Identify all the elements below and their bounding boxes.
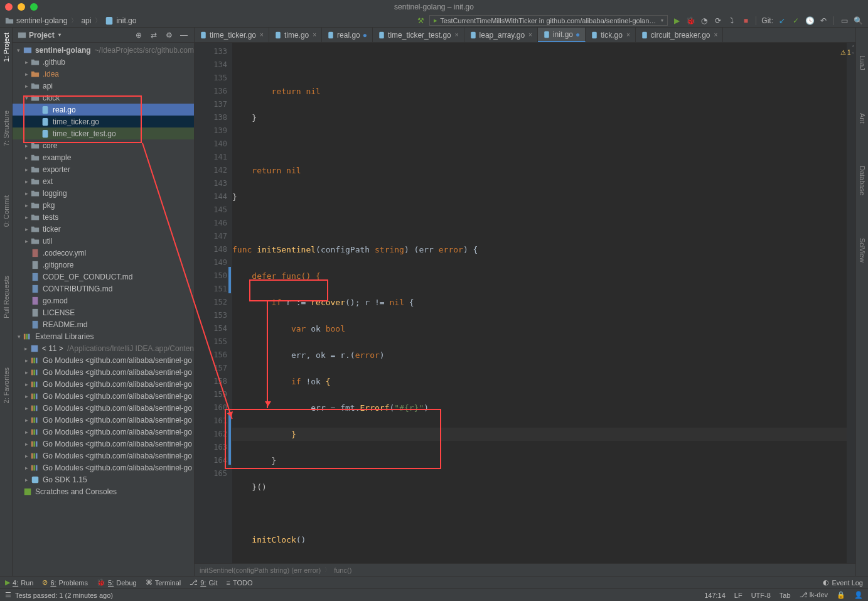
terminal-tool-button[interactable]: ⌘Terminal bbox=[146, 578, 181, 587]
todo-tool-button[interactable]: ≡TODO bbox=[226, 579, 252, 587]
project-tool-tab[interactable]: 1: Project bbox=[1, 30, 11, 64]
inspection-warning-icon[interactable]: ⚠1 ˆ ˇ bbox=[840, 45, 854, 59]
code-editor[interactable]: return nil } return nil } func initSenti… bbox=[232, 43, 847, 563]
editor-body[interactable]: 133 134 135 136 137 138 139 140 141 142 … bbox=[195, 43, 855, 563]
tree-file[interactable]: go.mod bbox=[13, 295, 194, 306]
tree-file[interactable]: .codecov.yml bbox=[13, 247, 194, 259]
tree-go-module[interactable]: ▸Go Modules <github.com/alibaba/sentinel… bbox=[13, 414, 194, 426]
tree-folder[interactable]: ▸exporter bbox=[13, 163, 194, 175]
tree-go-module[interactable]: ▸Go Modules <github.com/alibaba/sentinel… bbox=[13, 390, 194, 402]
structure-tool-tab[interactable]: 7: Structure bbox=[1, 108, 11, 149]
tree-scratches[interactable]: Scratches and Consoles bbox=[13, 485, 194, 497]
tree-go-module[interactable]: ▸Go Modules <github.com/alibaba/sentinel… bbox=[13, 462, 194, 474]
tab-circuit-breaker[interactable]: circuit_breaker.go× bbox=[636, 28, 724, 42]
vcs-change-marker[interactable] bbox=[228, 267, 231, 293]
git-history-icon[interactable]: 🕓 bbox=[805, 16, 815, 26]
breadcrumb-folder[interactable]: api bbox=[81, 16, 91, 25]
tab-time-ticker[interactable]: time_ticker.go× bbox=[195, 28, 269, 42]
tab-real[interactable]: real.go● bbox=[322, 28, 373, 42]
tree-folder[interactable]: ▸api bbox=[13, 80, 194, 92]
editor-crumb[interactable]: initSentinel(configPath string) (err err… bbox=[200, 566, 321, 574]
tree-file[interactable]: CONTRIBUTING.md bbox=[13, 283, 194, 295]
favorites-tool-tab[interactable]: 2: Favorites bbox=[1, 365, 11, 406]
inspection-hector-icon[interactable]: 👤 bbox=[854, 591, 863, 599]
git-commit-icon[interactable]: ✓ bbox=[791, 16, 801, 26]
project-view-dropdown[interactable]: Project bbox=[18, 31, 61, 40]
close-tab-icon[interactable]: × bbox=[313, 31, 316, 38]
tree-go-module[interactable]: ▸Go Modules <github.com/alibaba/sentinel… bbox=[13, 366, 194, 378]
hide-panel-icon[interactable]: — bbox=[179, 30, 189, 40]
pull-requests-tool-tab[interactable]: Pull Requests bbox=[1, 273, 11, 321]
tree-go-module[interactable]: ▸Go Modules <github.com/alibaba/sentinel… bbox=[13, 402, 194, 414]
settings-gear-icon[interactable]: ⚙ bbox=[164, 30, 174, 40]
tree-folder[interactable]: ▸core bbox=[13, 139, 194, 151]
debug-icon[interactable]: 🐞 bbox=[685, 16, 695, 26]
profile-icon[interactable]: ⟳ bbox=[713, 16, 723, 26]
tab-leap-array[interactable]: leap_array.go× bbox=[464, 28, 538, 42]
file-encoding[interactable]: UTF-8 bbox=[751, 592, 771, 599]
run-icon[interactable]: ▶ bbox=[672, 16, 682, 26]
ant-tool-tab[interactable]: Ant bbox=[857, 111, 867, 126]
stop-icon[interactable]: ■ bbox=[741, 16, 751, 26]
tree-folder[interactable]: ▸pkg bbox=[13, 199, 194, 211]
problems-tool-button[interactable]: ⊘6:Problems bbox=[42, 578, 88, 587]
tab-time-ticker-test[interactable]: time_ticker_test.go× bbox=[373, 28, 464, 42]
tree-folder[interactable]: ▸ticker bbox=[13, 223, 194, 235]
inspection-strip[interactable]: ⚠1 ˆ ˇ bbox=[847, 43, 855, 563]
indent-setting[interactable]: Tab bbox=[780, 592, 791, 599]
tree-file[interactable]: .gitignore bbox=[13, 259, 194, 271]
run-tool-button[interactable]: ▶4:Run bbox=[5, 578, 33, 587]
editor-crumb[interactable]: func() bbox=[334, 566, 351, 574]
breadcrumb-file[interactable]: init.go bbox=[116, 16, 136, 25]
git-update-icon[interactable]: ↙ bbox=[777, 16, 787, 26]
tree-folder[interactable]: ▸logging bbox=[13, 187, 194, 199]
line-separator[interactable]: LF bbox=[734, 592, 742, 599]
tree-folder[interactable]: ▸tests bbox=[13, 211, 194, 223]
coverage-icon[interactable]: ◔ bbox=[699, 16, 709, 26]
tree-go-module[interactable]: ▸Go Modules <github.com/alibaba/sentinel… bbox=[13, 426, 194, 438]
build-icon[interactable]: ⚒ bbox=[415, 16, 426, 26]
tree-folder-clock[interactable]: ▾clock bbox=[13, 92, 194, 104]
run-configuration-dropdown[interactable]: ▸TestCurrentTimeMillsWithTicker in githu… bbox=[429, 15, 668, 26]
close-tab-icon[interactable]: × bbox=[714, 31, 717, 38]
sciview-tool-tab[interactable]: SciView bbox=[857, 236, 867, 265]
tree-go-module[interactable]: ▸Go Modules <github.com/alibaba/sentinel… bbox=[13, 354, 194, 366]
git-rollback-icon[interactable]: ↶ bbox=[818, 16, 828, 26]
tree-folder[interactable]: ▸ext bbox=[13, 175, 194, 187]
cursor-position[interactable]: 147:14 bbox=[704, 592, 726, 599]
tab-init[interactable]: init.go● bbox=[538, 28, 586, 42]
tree-go-module[interactable]: ▸Go Modules <github.com/alibaba/sentinel… bbox=[13, 450, 194, 462]
locate-icon[interactable]: ⊕ bbox=[134, 30, 144, 40]
status-menu-icon[interactable]: ☰ bbox=[5, 591, 11, 599]
tab-time[interactable]: time.go× bbox=[269, 28, 322, 42]
git-tool-button[interactable]: ⎇9:Git bbox=[190, 578, 217, 587]
line-number-gutter[interactable]: 133 134 135 136 137 138 139 140 141 142 … bbox=[195, 43, 232, 563]
tree-file[interactable]: CODE_OF_CONDUCT.md bbox=[13, 271, 194, 283]
tree-external-libraries[interactable]: ▾External Libraries bbox=[13, 330, 194, 342]
tree-file[interactable]: README.md bbox=[13, 318, 194, 330]
tree-folder-idea[interactable]: ▸.idea bbox=[13, 68, 194, 80]
tree-file-time-ticker[interactable]: time_ticker.go bbox=[13, 116, 194, 127]
tree-folder[interactable]: ▸example bbox=[13, 151, 194, 163]
luaj-tool-tab[interactable]: LuaJ bbox=[857, 53, 867, 73]
git-branch-widget[interactable]: ⎇ lk-dev bbox=[800, 591, 828, 599]
close-window-button[interactable] bbox=[5, 3, 13, 11]
close-tab-icon[interactable]: × bbox=[260, 31, 264, 38]
close-tab-icon[interactable]: × bbox=[626, 31, 630, 38]
tree-folder[interactable]: ▸util bbox=[13, 235, 194, 247]
close-tab-icon[interactable]: × bbox=[455, 31, 459, 38]
maximize-window-button[interactable] bbox=[30, 3, 38, 11]
tree-folder[interactable]: ▸.github bbox=[13, 56, 194, 68]
event-log-button[interactable]: ◐Event Log bbox=[823, 578, 863, 587]
tree-root[interactable]: ▾sentinel-golang~/IdeaProjects/src/githu… bbox=[13, 44, 194, 56]
tab-tick[interactable]: tick.go× bbox=[586, 28, 636, 42]
tree-file[interactable]: LICENSE bbox=[13, 306, 194, 318]
attach-icon[interactable]: ⤵ bbox=[727, 16, 737, 26]
database-tool-tab[interactable]: Database bbox=[857, 163, 867, 198]
search-everywhere-icon[interactable]: 🔍 bbox=[853, 16, 863, 26]
close-tab-icon[interactable]: × bbox=[528, 31, 532, 38]
project-tree[interactable]: ▾sentinel-golang~/IdeaProjects/src/githu… bbox=[13, 43, 194, 576]
tree-jdk[interactable]: ▸< 11 >/Applications/IntelliJ IDEA.app/C… bbox=[13, 342, 194, 354]
tree-file-time-ticker-test[interactable]: time_ticker_test.go bbox=[13, 127, 194, 139]
expand-all-icon[interactable]: ⇄ bbox=[149, 30, 159, 40]
